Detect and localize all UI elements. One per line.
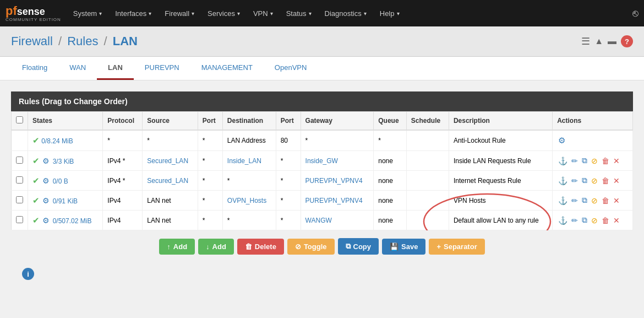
- row4-schedule: [406, 211, 449, 230]
- row2-queue: none: [374, 171, 407, 191]
- tab-purevpn[interactable]: PUREVPN: [134, 57, 190, 80]
- copy-button[interactable]: ⧉ Copy: [338, 238, 379, 255]
- navbar: pfsense COMMUNITY EDITION System ▾ Inter…: [0, 0, 644, 26]
- row4-checkbox-cell[interactable]: [12, 211, 28, 230]
- breadcrumb-firewall[interactable]: Firewall: [11, 34, 53, 48]
- row4-gear-icon[interactable]: ⚙: [41, 215, 51, 226]
- header-destination: Destination: [222, 112, 276, 131]
- row3-enabled-icon: ✔: [32, 196, 40, 205]
- delete-button[interactable]: 🗑 Delete: [237, 239, 284, 255]
- info-icon[interactable]: i: [22, 268, 34, 280]
- arrow-up-icon: ↑: [167, 242, 171, 251]
- tab-lan[interactable]: LAN: [97, 57, 134, 80]
- add-up-button[interactable]: ↑ Add: [159, 239, 195, 255]
- row0-actions: ⚙: [553, 130, 633, 151]
- header-schedule: Schedule: [406, 112, 449, 131]
- table-row: ✔ ⚙ 0/91 KiB IPv4 LAN net * OVPN_Hosts *…: [12, 191, 633, 211]
- nav-status[interactable]: Status ▾: [280, 0, 318, 26]
- nav-help[interactable]: Help ▾: [373, 0, 406, 26]
- row1-disable-icon[interactable]: ⊘: [590, 155, 599, 166]
- row2-edit-icon[interactable]: ✏: [570, 175, 579, 186]
- filter-icon[interactable]: ☰: [581, 35, 590, 47]
- row4-checkbox[interactable]: [16, 216, 23, 223]
- row0-checkbox-cell: [12, 130, 28, 151]
- row2-delete-icon[interactable]: 🗑: [601, 175, 610, 186]
- add-down-button[interactable]: ↓ Add: [198, 239, 234, 255]
- nav-interfaces[interactable]: Interfaces ▾: [108, 0, 158, 26]
- row1-states: ✔ ⚙ 3/3 KiB: [28, 151, 103, 171]
- tab-floating[interactable]: Floating: [11, 57, 58, 80]
- row2-copy-icon[interactable]: ⧉: [581, 175, 588, 186]
- header-port-dst: Port: [276, 112, 301, 131]
- header-source: Source: [143, 112, 198, 131]
- row0-settings-icon[interactable]: ⚙: [557, 134, 566, 147]
- header-port-src: Port: [198, 112, 222, 131]
- row1-destination: Inside_LAN: [222, 151, 276, 171]
- header-checkbox[interactable]: [12, 112, 28, 131]
- row4-delete-icon[interactable]: 🗑: [601, 215, 610, 226]
- row1-checkbox[interactable]: [16, 157, 23, 164]
- row3-gateway: PUREVPN_VPNV4: [301, 191, 374, 211]
- row1-copy-icon[interactable]: ⧉: [581, 155, 588, 166]
- row4-copy-icon[interactable]: ⧉: [581, 214, 588, 226]
- row2-actions: ⚓ ✏ ⧉ ⊘ 🗑 ✕: [553, 171, 633, 191]
- row4-disable-icon[interactable]: ⊘: [590, 215, 599, 226]
- row2-remove-icon[interactable]: ✕: [612, 175, 621, 186]
- rules-table: States Protocol Source Port Destination …: [11, 111, 633, 230]
- row1-src-port: *: [198, 151, 222, 171]
- tab-openvpn[interactable]: OpenVPN: [264, 57, 318, 80]
- nav-firewall[interactable]: Firewall ▾: [158, 0, 201, 26]
- row3-delete-icon[interactable]: 🗑: [601, 195, 610, 206]
- row2-anchor-icon[interactable]: ⚓: [557, 175, 569, 186]
- row1-remove-icon[interactable]: ✕: [612, 155, 621, 166]
- row1-checkbox-cell[interactable]: [12, 151, 28, 171]
- row2-checkbox-cell[interactable]: [12, 171, 28, 191]
- brand-logo[interactable]: pfsense COMMUNITY EDITION: [6, 5, 61, 22]
- row2-disable-icon[interactable]: ⊘: [590, 175, 599, 186]
- logout-button[interactable]: ⎋: [632, 8, 638, 19]
- chart-icon[interactable]: ▲: [594, 36, 603, 46]
- tab-management[interactable]: MANAGEMENT: [190, 57, 264, 80]
- logo-edition: COMMUNITY EDITION: [6, 17, 61, 22]
- chevron-down-icon: ▾: [364, 10, 367, 17]
- list-icon[interactable]: ▬: [608, 36, 616, 46]
- row3-copy-icon[interactable]: ⧉: [581, 195, 588, 206]
- toggle-button[interactable]: ⊘ Toggle: [287, 239, 335, 255]
- row3-remove-icon[interactable]: ✕: [612, 195, 621, 206]
- row3-edit-icon[interactable]: ✏: [570, 195, 579, 206]
- help-icon[interactable]: ?: [621, 35, 633, 47]
- row3-disable-icon[interactable]: ⊘: [590, 195, 599, 206]
- header-protocol: Protocol: [103, 112, 143, 131]
- nav-diagnostics[interactable]: Diagnostics ▾: [318, 0, 373, 26]
- row4-remove-icon[interactable]: ✕: [612, 215, 621, 226]
- row4-anchor-icon[interactable]: ⚓: [557, 215, 569, 226]
- row0-protocol: *: [103, 130, 143, 151]
- row2-checkbox[interactable]: [16, 176, 23, 184]
- nav-vpn[interactable]: VPN ▾: [247, 0, 280, 26]
- separator-button[interactable]: + Separator: [429, 239, 484, 255]
- row2-gear-icon[interactable]: ⚙: [41, 175, 51, 186]
- row1-gear-icon[interactable]: ⚙: [41, 155, 51, 166]
- save-button[interactable]: 💾 Save: [382, 239, 425, 255]
- table-row: ✔ ⚙ 0/0 B IPv4 * Secured_LAN * * * PUREV…: [12, 171, 633, 191]
- row2-enabled-icon: ✔: [32, 176, 40, 185]
- row3-queue: none: [374, 191, 407, 211]
- row1-anchor-icon[interactable]: ⚓: [557, 155, 569, 166]
- breadcrumb-rules[interactable]: Rules: [67, 34, 98, 48]
- row3-checkbox-cell[interactable]: [12, 191, 28, 211]
- row3-checkbox[interactable]: [16, 196, 23, 203]
- row3-anchor-icon[interactable]: ⚓: [557, 195, 569, 206]
- chevron-down-icon: ▾: [270, 10, 273, 17]
- row4-protocol: IPv4: [103, 211, 143, 230]
- nav-services[interactable]: Services ▾: [201, 0, 247, 26]
- row1-delete-icon[interactable]: 🗑: [601, 155, 610, 166]
- select-all-checkbox[interactable]: [16, 116, 23, 123]
- row4-edit-icon[interactable]: ✏: [570, 215, 579, 226]
- tab-wan[interactable]: WAN: [58, 57, 97, 80]
- row3-gear-icon[interactable]: ⚙: [41, 195, 51, 206]
- row2-schedule: [406, 171, 449, 191]
- bottom-bar: ↑ Add ↓ Add 🗑 Delete ⊘ Toggle ⧉ Copy 💾 S…: [11, 230, 633, 262]
- row1-edit-icon[interactable]: ✏: [570, 155, 579, 166]
- header-description: Description: [449, 112, 552, 131]
- nav-system[interactable]: System ▾: [67, 0, 108, 26]
